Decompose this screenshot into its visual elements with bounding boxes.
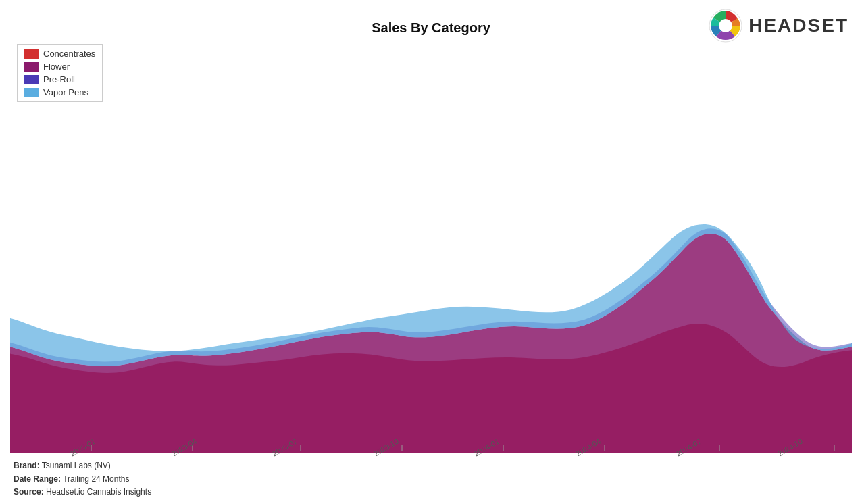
chart-svg bbox=[10, 41, 852, 453]
chart-area bbox=[10, 41, 852, 453]
brand-value: Tsunami Labs (NV) bbox=[42, 461, 111, 470]
source-value: Headset.io Cannabis Insights bbox=[46, 487, 151, 497]
chart-footer: Brand: Tsunami Labs (NV) Date Range: Tra… bbox=[14, 459, 151, 499]
chart-title: Sales By Category bbox=[0, 20, 862, 36]
date-range-value: Trailing 24 Months bbox=[63, 474, 129, 484]
footer-brand: Brand: Tsunami Labs (NV) bbox=[14, 459, 151, 472]
date-range-label: Date Range: bbox=[14, 474, 61, 484]
footer-source: Source: Headset.io Cannabis Insights bbox=[14, 486, 151, 499]
footer-date-range: Date Range: Trailing 24 Months bbox=[14, 473, 151, 486]
chart-container: HEADSET Sales By Category Concentrates F… bbox=[0, 0, 862, 504]
brand-label: Brand: bbox=[14, 461, 40, 470]
source-label: Source: bbox=[14, 487, 44, 497]
